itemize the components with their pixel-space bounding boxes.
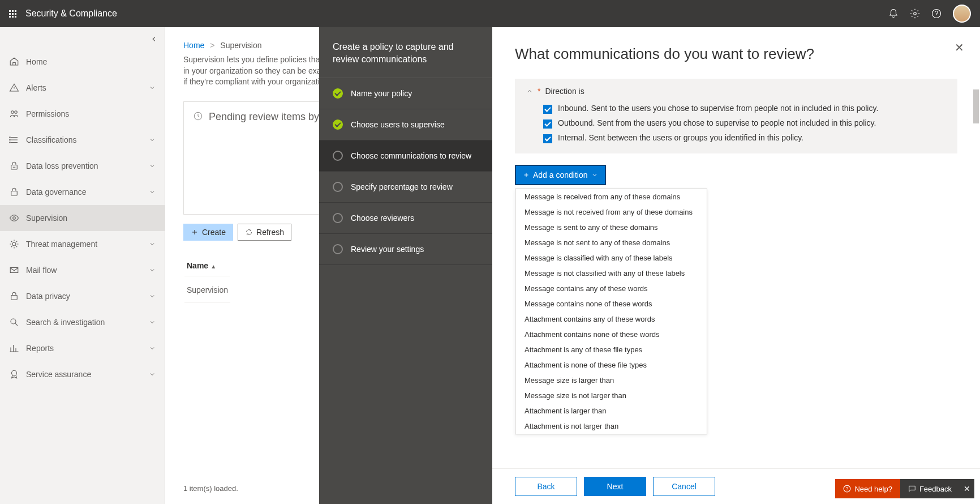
direction-label: Internal. Sent between the users or grou… [558,133,803,142]
direction-checkbox-row[interactable]: Outbound. Sent from the users you chose … [526,116,946,131]
need-help-button[interactable]: ? Need help? [835,479,900,498]
direction-label: Inbound. Sent to the users you chose to … [558,104,878,113]
direction-section: * Direction is Inbound. Sent to the user… [515,79,957,153]
feedback-button[interactable]: Feedback [900,479,960,498]
topbar: Security & Compliance [0,0,980,27]
step-label: Choose users to supervise [351,120,445,129]
svg-text:?: ? [846,486,849,492]
condition-option[interactable]: Attachment contains none of these words [515,327,707,342]
wizard-title: What communications do you want to revie… [515,45,957,63]
condition-option[interactable]: Message is sent to any of these domains [515,220,707,235]
add-condition-button[interactable]: Add a condition [515,165,606,185]
condition-option[interactable]: Message is received from any of these do… [515,189,707,204]
condition-option[interactable]: Message contains none of these words [515,296,707,311]
chevron-up-icon [526,88,533,95]
plus-icon [523,172,530,178]
condition-option[interactable]: Attachment is larger than [515,403,707,418]
help-bar: ? Need help? Feedback ✕ [835,479,974,498]
step-indicator-icon [333,213,343,223]
wizard-step-5[interactable]: Review your settings [319,234,492,265]
checkbox-checked-icon[interactable] [543,105,552,114]
direction-checkbox-row[interactable]: Internal. Sent between the users or grou… [526,131,946,146]
user-avatar[interactable] [953,5,971,23]
step-label: Review your settings [351,245,424,254]
wizard-step-2[interactable]: Choose communications to review [319,140,492,172]
condition-option[interactable]: Attachment is none of these file types [515,357,707,373]
condition-option[interactable]: Message contains any of these words [515,281,707,296]
condition-option[interactable]: Message is not classified with any of th… [515,266,707,281]
settings-icon[interactable] [910,8,920,19]
cancel-button[interactable]: Cancel [653,477,715,496]
wizard-step-0[interactable]: Name your policy [319,78,492,109]
condition-option[interactable]: Message size is larger than [515,373,707,388]
next-button[interactable]: Next [584,477,646,496]
app-launcher-icon[interactable] [9,10,16,18]
wizard-content: ✕ What communications do you want to rev… [492,27,980,504]
app-title: Security & Compliance [25,8,117,19]
step-indicator-icon [333,151,343,161]
help-icon[interactable] [931,8,942,19]
step-label: Name your policy [351,89,412,98]
step-indicator-icon [333,244,343,254]
wizard-step-3[interactable]: Specify percentage to review [319,172,492,203]
condition-option[interactable]: Message is classified with any of these … [515,250,707,266]
step-label: Choose communications to review [351,151,471,160]
direction-checkbox-row[interactable]: Inbound. Sent to the users you chose to … [526,101,946,116]
condition-option[interactable]: Message size is not larger than [515,388,707,403]
step-label: Choose reviewers [351,213,414,223]
wizard-step-4[interactable]: Choose reviewers [319,203,492,234]
condition-option[interactable]: Attachment is not larger than [515,418,707,434]
help-circle-icon: ? [843,485,851,493]
step-indicator-icon [333,182,343,192]
checkbox-checked-icon[interactable] [543,119,552,129]
close-wizard-button[interactable]: ✕ [955,41,964,54]
svg-point-0 [914,12,917,15]
step-label: Specify percentage to review [351,182,453,191]
wizard-step-1[interactable]: Choose users to supervise [319,109,492,140]
step-indicator-icon [333,88,343,99]
direction-toggle[interactable]: * Direction is [526,87,946,96]
condition-option[interactable]: Attachment is any of these file types [515,342,707,357]
direction-label: Outbound. Sent from the users you chose … [558,118,876,127]
back-button[interactable]: Back [515,477,577,496]
chevron-down-icon [591,172,598,178]
condition-option[interactable]: Message is not sent to any of these doma… [515,235,707,250]
notifications-icon[interactable] [888,8,899,19]
condition-dropdown: Message is received from any of these do… [515,189,707,434]
step-indicator-icon [333,119,343,130]
scrollbar-thumb[interactable] [973,89,979,123]
condition-option[interactable]: Message is not received from any of thes… [515,204,707,220]
help-bar-close[interactable]: ✕ [960,479,974,498]
wizard-overlay: Create a policy to capture and review co… [0,27,980,504]
wizard-steps-panel: Create a policy to capture and review co… [319,27,492,504]
wizard-header: Create a policy to capture and review co… [319,27,492,78]
checkbox-checked-icon[interactable] [543,134,552,143]
condition-option[interactable]: Attachment contains any of these words [515,311,707,327]
chat-icon [908,485,916,493]
